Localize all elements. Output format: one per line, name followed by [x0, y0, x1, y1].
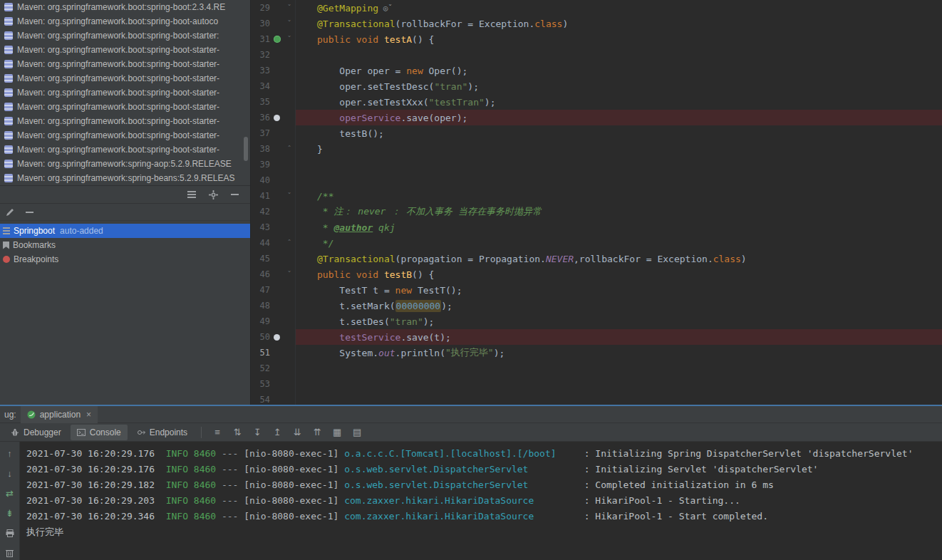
- sort-icon[interactable]: ⇅: [229, 425, 246, 440]
- code-line[interactable]: 41ˇ/**: [252, 188, 942, 204]
- library-icon: [4, 160, 13, 168]
- debugger-icon: [11, 428, 19, 437]
- line-number: 50: [252, 332, 270, 342]
- fold-marker-icon[interactable]: ˇ: [287, 35, 292, 44]
- code-line[interactable]: 32: [252, 47, 942, 63]
- log-level: INFO: [155, 464, 188, 475]
- breakpoint-icon[interactable]: [274, 334, 280, 341]
- grid-settings-icon[interactable]: ▤: [348, 425, 366, 440]
- gutter: 30ˇ: [252, 16, 296, 31]
- fold-marker-icon[interactable]: ˆ: [287, 145, 292, 154]
- fold-column: ˇ: [284, 192, 295, 201]
- scroll-up-icon[interactable]: ↥: [269, 425, 286, 440]
- maven-library-item[interactable]: Maven: org.springframework.boot:spring-b…: [0, 43, 250, 57]
- favorites-item-springboot[interactable]: Springbootauto-added: [0, 224, 250, 238]
- code-token: /**: [317, 191, 333, 202]
- code-line[interactable]: 34 oper.setTestDesc("tran");: [252, 78, 942, 94]
- favorites-item-label: Breakpoints: [14, 254, 58, 264]
- code-line[interactable]: 54: [252, 392, 942, 405]
- code-line[interactable]: 40: [252, 172, 942, 188]
- code-token: oper.setTestDesc(: [317, 81, 434, 92]
- line-number: 46: [252, 269, 270, 279]
- code-line[interactable]: 38ˆ}: [252, 141, 942, 157]
- fold-marker-icon[interactable]: ˇ: [287, 270, 292, 279]
- maven-library-item[interactable]: Maven: org.springframework.boot:spring-b…: [0, 128, 250, 142]
- code-line[interactable]: 44ˆ */: [252, 235, 942, 251]
- favorites-item-breakpoints[interactable]: Breakpoints: [0, 252, 250, 266]
- filter-icon[interactable]: [187, 191, 196, 198]
- maven-library-item[interactable]: Maven: org.springframework.boot:spring-b…: [0, 114, 250, 128]
- code-line[interactable]: 42 * 注： never ： 不加入事务 当存在事务时抛异常: [252, 204, 942, 219]
- code-line[interactable]: 35 oper.setTestXxx("testTran");: [252, 94, 942, 110]
- code-line[interactable]: 46ˇpublic void testB() {: [252, 266, 942, 282]
- gutter: 34: [252, 78, 296, 94]
- code-line[interactable]: 48 t.setMark(00000000);: [252, 298, 942, 313]
- move-down-icon[interactable]: ⇊: [289, 425, 306, 440]
- fold-marker-icon[interactable]: ˇ: [287, 192, 292, 201]
- next-occurrence-icon[interactable]: ↓: [3, 466, 17, 480]
- code-line[interactable]: 33 Oper oper = new Oper();: [252, 63, 942, 78]
- hide-panel-icon[interactable]: [231, 194, 239, 195]
- maven-library-item[interactable]: Maven: org.springframework.boot:spring-b…: [0, 57, 250, 71]
- maven-library-item[interactable]: Maven: org.springframework.boot:spring-b…: [0, 100, 250, 114]
- code-line[interactable]: 51 System.out.println("执行完毕");: [252, 345, 942, 361]
- code-line[interactable]: 52: [252, 361, 942, 376]
- table-view-icon[interactable]: ▦: [328, 425, 346, 440]
- line-number: 30: [252, 19, 270, 28]
- scroll-to-end-icon[interactable]: ⇟: [3, 506, 17, 520]
- code-line[interactable]: 43 * @author qkj: [252, 219, 942, 235]
- console-log-line: 2021-07-30 16:20:29.346 INFO 8460 --- [n…: [26, 509, 942, 524]
- code-line[interactable]: 39: [252, 157, 942, 172]
- soft-wrap-icon[interactable]: ⇄: [3, 486, 17, 500]
- scroll-down-icon[interactable]: ↧: [249, 425, 266, 440]
- code-line[interactable]: 50 testService.save(t);: [252, 329, 942, 345]
- fold-marker-icon[interactable]: ˇ: [287, 19, 292, 28]
- fold-marker-icon[interactable]: ˇ: [287, 4, 292, 13]
- tree-scrollbar[interactable]: [244, 137, 248, 161]
- maven-library-item[interactable]: Maven: org.springframework.boot:spring-b…: [0, 14, 250, 28]
- tab-console[interactable]: Console: [71, 425, 128, 440]
- code-line[interactable]: 53: [252, 376, 942, 392]
- code-line[interactable]: 31ˇpublic void testA() {: [252, 31, 942, 47]
- maven-library-item[interactable]: Maven: org.springframework:spring-beans:…: [0, 171, 250, 185]
- code-line[interactable]: 49 t.setDes("tran");: [252, 313, 942, 329]
- edit-pencil-icon[interactable]: [6, 208, 14, 217]
- gear-icon[interactable]: [209, 190, 218, 199]
- maven-library-item[interactable]: Maven: org.springframework.boot:spring-b…: [0, 28, 250, 43]
- code-line[interactable]: 47 TestT t = new TestT();: [252, 282, 942, 298]
- code-editor[interactable]: 29ˇ@GetMapping ◎ˇ30ˇ@Transactional(rollb…: [252, 0, 942, 405]
- code-line[interactable]: 30ˇ@Transactional(rollbackFor = Exceptio…: [252, 16, 942, 31]
- log-timestamp: 2021-07-30 16:20:29.346: [26, 511, 155, 522]
- code-token: Oper oper =: [317, 66, 406, 76]
- maven-library-item[interactable]: Maven: org.springframework.boot:spring-b…: [0, 85, 250, 100]
- remove-favorite-icon[interactable]: [26, 212, 33, 213]
- favorites-item-bookmarks[interactable]: Bookmarks: [0, 238, 250, 252]
- prev-occurrence-icon[interactable]: ↑: [3, 446, 17, 460]
- clear-console-icon[interactable]: [3, 546, 17, 560]
- console-output[interactable]: 2021-07-30 16:20:29.176 INFO 8460 --- [n…: [20, 442, 942, 560]
- maven-library-item[interactable]: Maven: org.springframework.boot:spring-b…: [0, 142, 250, 157]
- maven-library-item[interactable]: Maven: org.springframework.boot:spring-b…: [0, 0, 250, 14]
- print-icon[interactable]: [3, 526, 17, 540]
- console-icon: [77, 428, 86, 437]
- run-gutter-icon[interactable]: [274, 36, 281, 43]
- code-line[interactable]: 36 operService.save(oper);: [252, 110, 942, 125]
- code-line[interactable]: 29ˇ@GetMapping ◎ˇ: [252, 0, 942, 16]
- tab-application[interactable]: application ×: [21, 406, 98, 423]
- close-tab-icon[interactable]: ×: [86, 410, 91, 420]
- line-number: 38: [252, 144, 270, 154]
- bookmark-icon: [3, 242, 9, 249]
- maven-library-item[interactable]: Maven: org.springframework.boot:spring-b…: [0, 71, 250, 85]
- gutter: 48: [252, 298, 296, 313]
- breakpoint-icon[interactable]: [274, 115, 280, 121]
- restore-layout-icon[interactable]: ≡: [209, 425, 226, 440]
- code-token: [351, 34, 356, 45]
- fold-marker-icon[interactable]: ˆ: [287, 239, 292, 248]
- code-token: testService: [339, 332, 400, 343]
- tab-debugger[interactable]: Debugger: [4, 425, 68, 440]
- code-line[interactable]: 37 testB();: [252, 125, 942, 141]
- tab-endpoints[interactable]: Endpoints: [130, 425, 194, 440]
- code-line[interactable]: 45@Transactional(propagation = Propagati…: [252, 251, 942, 266]
- maven-library-item[interactable]: Maven: org.springframework:spring-aop:5.…: [0, 157, 250, 171]
- move-up-icon[interactable]: ⇈: [309, 425, 326, 440]
